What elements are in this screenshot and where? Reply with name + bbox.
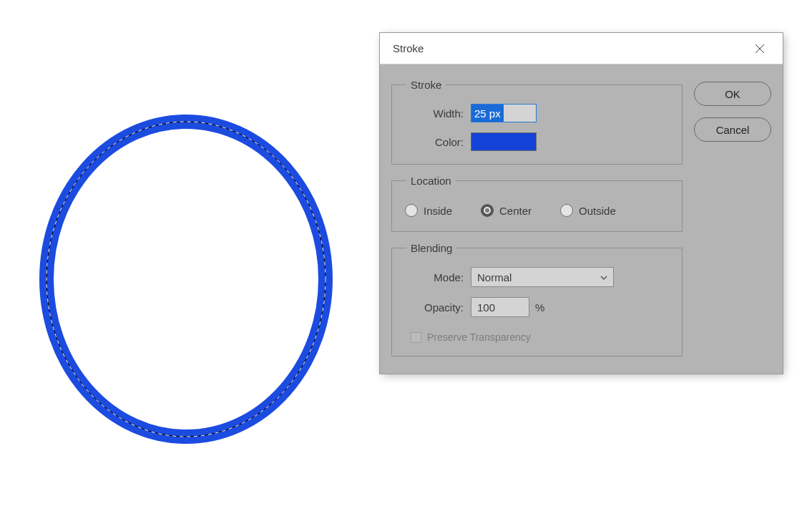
radio-label-outside: Outside bbox=[579, 205, 616, 217]
width-value: 25 px bbox=[471, 105, 504, 122]
ok-button[interactable]: OK bbox=[694, 82, 771, 106]
preserve-transparency-checkbox: Preserve Transparency bbox=[403, 327, 670, 343]
location-group: Location Inside Center Outside bbox=[391, 175, 683, 232]
cancel-button[interactable]: Cancel bbox=[694, 117, 771, 142]
blending-group: Blending Mode: Normal Opacity: 100 bbox=[391, 242, 683, 356]
radio-icon bbox=[481, 204, 494, 217]
opacity-value: 100 bbox=[477, 301, 495, 314]
radio-inside[interactable]: Inside bbox=[405, 204, 452, 217]
svg-point-0 bbox=[47, 122, 326, 437]
ellipse-shape bbox=[36, 107, 336, 451]
radio-label-center: Center bbox=[499, 205, 532, 217]
radio-icon bbox=[560, 204, 573, 217]
mode-label: Mode: bbox=[403, 271, 471, 283]
radio-icon bbox=[405, 204, 418, 217]
stroke-legend: Stroke bbox=[406, 79, 446, 91]
location-legend: Location bbox=[406, 175, 456, 187]
color-label: Color: bbox=[403, 136, 471, 148]
close-icon bbox=[755, 44, 765, 54]
width-input[interactable]: 25 px bbox=[471, 104, 537, 122]
dialog-left-column: Stroke Width: 25 px Color: Location bbox=[391, 79, 683, 356]
radio-outside[interactable]: Outside bbox=[560, 204, 616, 217]
close-button[interactable] bbox=[745, 34, 774, 63]
dialog-body: Stroke Width: 25 px Color: Location bbox=[380, 64, 783, 374]
titlebar[interactable]: Stroke bbox=[380, 33, 783, 64]
width-label: Width: bbox=[403, 107, 471, 120]
mode-select[interactable]: Normal bbox=[471, 267, 614, 287]
dialog-title: Stroke bbox=[393, 42, 424, 54]
dialog-right-column: OK Cancel bbox=[694, 79, 771, 356]
checkbox-icon bbox=[411, 332, 421, 343]
opacity-suffix: % bbox=[535, 301, 544, 314]
blending-legend: Blending bbox=[406, 242, 456, 254]
stroke-dialog: Stroke Stroke Width: 25 px Color: bbox=[379, 32, 783, 374]
stroke-group: Stroke Width: 25 px Color: bbox=[391, 79, 683, 165]
preserve-label: Preserve Transparency bbox=[427, 331, 531, 343]
color-swatch[interactable] bbox=[471, 132, 537, 151]
opacity-label: Opacity: bbox=[403, 301, 471, 314]
mode-value: Normal bbox=[477, 271, 512, 283]
radio-center[interactable]: Center bbox=[481, 204, 532, 217]
radio-label-inside: Inside bbox=[424, 205, 452, 217]
chevron-down-icon bbox=[600, 271, 607, 283]
opacity-input[interactable]: 100 bbox=[471, 297, 529, 317]
